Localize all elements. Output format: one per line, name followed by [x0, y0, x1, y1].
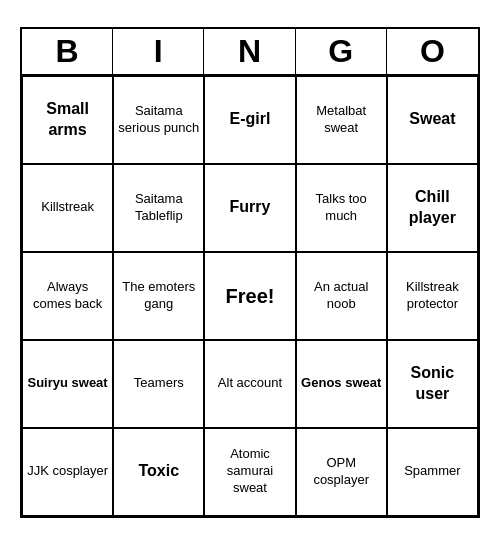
bingo-cell: Killstreak: [22, 164, 113, 252]
header-letter: G: [296, 29, 387, 74]
bingo-cell: Saitama serious punch: [113, 76, 204, 164]
header-letter: I: [113, 29, 204, 74]
header-letter: B: [22, 29, 113, 74]
bingo-cell: The emoters gang: [113, 252, 204, 340]
bingo-cell: Teamers: [113, 340, 204, 428]
bingo-cell: Spammer: [387, 428, 478, 516]
bingo-cell: E-girl: [204, 76, 295, 164]
header-letter: O: [387, 29, 478, 74]
bingo-cell: Furry: [204, 164, 295, 252]
bingo-cell: Toxic: [113, 428, 204, 516]
bingo-header: BINGO: [22, 29, 478, 76]
bingo-cell: Genos sweat: [296, 340, 387, 428]
bingo-cell: Suiryu sweat: [22, 340, 113, 428]
bingo-cell: Talks too much: [296, 164, 387, 252]
bingo-cell: Free!: [204, 252, 295, 340]
bingo-cell: Killstreak protector: [387, 252, 478, 340]
bingo-card: BINGO Small armsSaitama serious punchE-g…: [20, 27, 480, 518]
bingo-cell: JJK cosplayer: [22, 428, 113, 516]
bingo-cell: Sweat: [387, 76, 478, 164]
bingo-cell: OPM cosplayer: [296, 428, 387, 516]
bingo-cell: Saitama Tableflip: [113, 164, 204, 252]
header-letter: N: [204, 29, 295, 74]
bingo-cell: Atomic samurai sweat: [204, 428, 295, 516]
bingo-cell: Alt account: [204, 340, 295, 428]
bingo-cell: Small arms: [22, 76, 113, 164]
bingo-cell: Sonic user: [387, 340, 478, 428]
bingo-cell: Chill player: [387, 164, 478, 252]
bingo-cell: Metalbat sweat: [296, 76, 387, 164]
bingo-cell: An actual noob: [296, 252, 387, 340]
bingo-grid: Small armsSaitama serious punchE-girlMet…: [22, 76, 478, 516]
bingo-cell: Always comes back: [22, 252, 113, 340]
